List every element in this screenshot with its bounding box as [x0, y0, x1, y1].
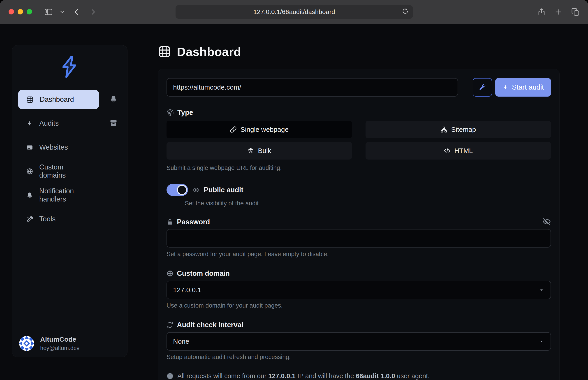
sitemap-icon	[440, 126, 447, 133]
lightning-logo-icon	[59, 55, 80, 79]
type-option-label: HTML	[455, 147, 473, 154]
public-audit-label: Public audit	[204, 186, 244, 194]
type-option-single-webpage[interactable]: Single webpage	[167, 121, 352, 138]
sidebar-item-label: Websites	[39, 143, 68, 152]
type-option-label: Sitemap	[451, 126, 476, 133]
requests-note: All requests will come from our 127.0.0.…	[167, 372, 551, 380]
back-button[interactable]	[73, 8, 81, 16]
sidebar-item-label: Notification handlers	[39, 187, 91, 203]
globe-icon	[26, 168, 33, 175]
sidebar-nav: Dashboard Audits	[12, 90, 127, 228]
sidebar-item-notification-handlers[interactable]: Notification handlers	[18, 186, 99, 205]
sidebar-toggle-icon[interactable]	[44, 7, 53, 17]
address-bar[interactable]: 127.0.0.1/66audit/dashboard	[175, 5, 413, 19]
page-title: Dashboard	[177, 45, 241, 59]
sidebar-item-label: Dashboard	[40, 95, 74, 104]
globe-icon	[167, 270, 173, 277]
avatar	[19, 336, 34, 351]
sidebar-item-label: Tools	[39, 215, 56, 223]
chevron-down-icon[interactable]	[59, 9, 65, 15]
password-label-row: Password	[167, 217, 551, 227]
eye-icon	[193, 186, 200, 194]
audit-interval-label: Audit check interval	[177, 321, 244, 329]
refresh-icon	[167, 322, 173, 328]
close-window-button[interactable]	[9, 9, 14, 15]
password-visibility-toggle[interactable]	[542, 217, 551, 227]
bolt-icon	[26, 120, 33, 127]
start-audit-button[interactable]: Start audit	[495, 78, 551, 96]
user-profile[interactable]: AltumCode hey@altum.dev	[12, 330, 127, 357]
custom-domain-label: Custom domain	[177, 269, 230, 278]
public-audit-label-row: Public audit	[193, 186, 244, 194]
chrome-divider	[56, 7, 56, 17]
sidebar-item-custom-domains[interactable]: Custom domains	[18, 162, 99, 181]
bell-icon	[26, 192, 33, 199]
lock-icon	[167, 219, 173, 226]
sidebar: Dashboard Audits	[12, 45, 128, 357]
notifications-bell-icon[interactable]	[109, 95, 117, 104]
window-controls	[9, 9, 32, 15]
sidebar-item-label: Custom domains	[39, 163, 91, 179]
sidebar-item-audits[interactable]: Audits	[18, 114, 99, 133]
eye-off-icon	[542, 217, 551, 226]
audit-settings-button[interactable]	[473, 78, 492, 96]
zoom-window-button[interactable]	[27, 9, 32, 15]
sidebar-item-dashboard[interactable]: Dashboard	[18, 90, 99, 109]
password-input[interactable]	[167, 229, 551, 247]
type-option-bulk[interactable]: Bulk	[167, 142, 352, 160]
type-option-html[interactable]: HTML	[365, 142, 551, 160]
custom-domain-select[interactable]: 127.0.0.1	[167, 281, 551, 299]
reload-icon[interactable]	[402, 8, 409, 17]
toggle-knob	[177, 185, 187, 195]
browser-window: 127.0.0.1/66audit/dashboard	[0, 0, 588, 380]
audit-type-options: Single webpage Sitemap Bulk HTML	[167, 121, 551, 160]
tab-overview-icon[interactable]	[571, 8, 580, 16]
audit-form-card: Start audit Type Single webpage Sitemap	[158, 69, 560, 380]
browser-chrome: 127.0.0.1/66audit/dashboard	[0, 0, 588, 24]
password-label: Password	[177, 218, 210, 226]
audit-interval-select[interactable]: None	[167, 332, 551, 351]
password-helper: Set a password for your audit page. Leav…	[167, 251, 551, 258]
page-title-row: Dashboard	[158, 45, 241, 59]
grid-icon	[158, 45, 171, 58]
bolt-icon	[502, 84, 509, 91]
audit-bar: Start audit	[167, 78, 551, 96]
public-audit-toggle[interactable]	[167, 184, 188, 196]
address-bar-url: 127.0.0.1/66audit/dashboard	[253, 8, 335, 16]
type-label: Type	[177, 109, 193, 117]
share-icon[interactable]	[537, 8, 546, 16]
custom-domain-helper: Use a custom domain for your audit pages…	[167, 302, 551, 309]
type-option-label: Single webpage	[241, 126, 289, 133]
link-icon	[230, 126, 237, 133]
type-option-label: Bulk	[258, 147, 271, 154]
audit-interval-label-row: Audit check interval	[167, 321, 551, 329]
custom-domain-label-row: Custom domain	[167, 269, 551, 278]
sidebar-item-websites[interactable]: Websites	[18, 138, 99, 157]
minimize-window-button[interactable]	[18, 9, 23, 15]
start-audit-label: Start audit	[512, 83, 544, 91]
fingerprint-icon	[167, 109, 174, 116]
public-audit-row: Public audit	[167, 184, 551, 196]
audit-interval-value: None	[173, 338, 189, 345]
new-tab-icon[interactable]	[554, 8, 562, 16]
caret-down-icon	[539, 339, 545, 344]
type-section-label: Type	[167, 109, 551, 117]
forward-button[interactable]	[89, 8, 97, 16]
audit-url-input[interactable]	[167, 78, 458, 96]
sidebar-item-label: Audits	[39, 119, 59, 128]
code-icon	[444, 147, 451, 154]
audit-interval-helper: Setup automatic audit refresh and proces…	[167, 354, 551, 361]
type-option-sitemap[interactable]: Sitemap	[365, 121, 551, 138]
profile-email: hey@altum.dev	[40, 345, 79, 351]
info-icon	[167, 373, 173, 380]
public-audit-helper: Set the visibility of the audit.	[185, 200, 551, 207]
sidebar-item-tools[interactable]: Tools	[18, 210, 99, 228]
archive-icon[interactable]	[109, 119, 117, 128]
card-icon	[26, 144, 33, 151]
app-logo	[12, 55, 127, 79]
tools-icon	[26, 216, 33, 223]
grid-icon	[26, 96, 34, 103]
wrench-icon	[478, 83, 487, 91]
requests-note-text: All requests will come from our 127.0.0.…	[177, 372, 430, 380]
caret-down-icon	[539, 287, 545, 293]
